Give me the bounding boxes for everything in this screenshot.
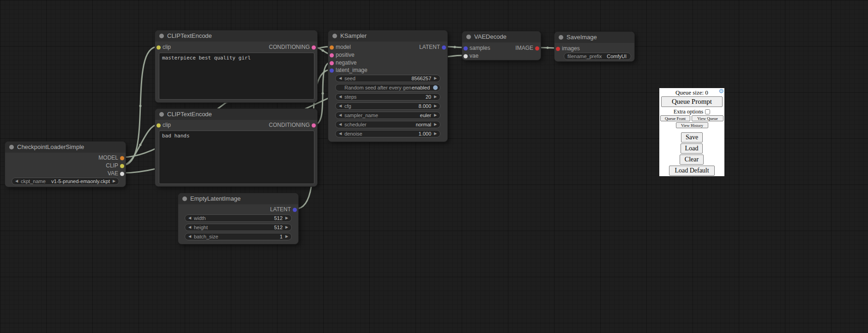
node-clip-text-encode-negative[interactable]: CLIPTextEncode clip CONDITIONING bad han… [155,108,318,187]
input-slot-latent-image[interactable] [330,68,334,72]
output-slot-conditioning[interactable] [312,45,316,49]
save-button[interactable]: Save [681,132,703,143]
queue-prompt-button[interactable]: Queue Prompt [661,96,723,107]
widget-cfg[interactable]: cfg 8.000 [335,102,440,110]
input-slot-clip[interactable] [157,123,161,127]
increment-icon[interactable] [433,103,438,109]
decrement-icon[interactable] [187,233,192,240]
link-midpoint [547,47,549,49]
decrement-icon[interactable] [187,215,192,221]
view-queue-button[interactable]: View Queue [692,115,723,121]
view-history-button[interactable]: View History [676,122,708,128]
node-checkpoint-loader-simple[interactable]: CheckpointLoaderSimple MODEL CLIP VAE ck… [5,141,126,187]
decrement-icon[interactable] [338,94,343,100]
output-slot-label: LATENT [419,43,440,51]
widget-label: Random seed after every gen [344,85,411,90]
input-slot-vae[interactable] [464,54,468,58]
output-slot-conditioning[interactable] [312,123,316,127]
widget-height[interactable]: height 512 [185,224,292,231]
prompt-textarea[interactable]: bad hands [159,131,314,184]
input-slot-negative[interactable] [330,61,334,65]
input-slot-model[interactable] [330,45,334,49]
next-option-icon[interactable] [433,112,438,119]
widget-value: 8.000 [351,103,431,109]
settings-gear-icon[interactable]: ⚙ [718,88,724,94]
increment-icon[interactable] [284,215,289,221]
slot-row: positive [328,51,447,59]
output-slot-clip[interactable] [120,164,124,168]
prev-option-icon[interactable] [338,112,343,119]
output-slot-image[interactable] [535,46,539,50]
widget-label: ckpt_name [21,178,46,184]
node-ksampler[interactable]: KSampler model LATENT positive negative … [328,30,448,142]
widget-value: normal [367,122,431,127]
next-option-icon[interactable] [433,121,438,128]
widget-sampler-name[interactable]: sampler_name euler [335,112,440,119]
widget-scheduler[interactable]: scheduler normal [335,121,440,128]
toggle-indicator[interactable] [433,85,438,90]
widget-value: 512 [208,225,283,230]
slot-row: LATENT [178,206,298,214]
node-empty-latent-image[interactable]: EmptyLatentImage LATENT width 512 height… [178,193,299,244]
collapse-dot-icon[interactable] [466,35,471,39]
input-slot-positive[interactable] [330,53,334,57]
link-midpoint [454,46,456,48]
collapse-dot-icon[interactable] [559,35,563,40]
node-title: VAEDecode [474,33,506,40]
input-slot-samples[interactable] [464,46,468,50]
node-vae-decode[interactable]: VAEDecode samples IMAGE vae [462,31,541,60]
widget-width[interactable]: width 512 [185,214,292,222]
widget-label: batch_size [194,234,218,239]
decrement-icon[interactable] [187,224,192,231]
node-title: CLIPTextEncode [167,32,212,39]
collapse-dot-icon[interactable] [9,145,14,149]
widget-steps[interactable]: steps 20 [335,93,440,101]
increment-icon[interactable] [433,131,438,137]
widget-seed[interactable]: seed 8566257 [335,75,440,82]
output-slot-label: CONDITIONING [269,43,310,51]
increment-icon[interactable] [433,75,438,82]
increment-icon[interactable] [433,94,438,100]
input-slot-clip[interactable] [157,45,161,49]
prev-option-icon[interactable] [14,178,19,184]
queue-front-button[interactable]: Queue Front [660,115,690,121]
widget-label: denoise [344,131,362,137]
slot-row: MODEL [5,154,126,162]
decrement-icon[interactable] [338,75,343,82]
widget-batch-size[interactable]: batch_size 1 [185,233,292,240]
collapse-dot-icon[interactable] [182,196,187,201]
input-slot-label: clip [163,43,171,51]
widget-ckpt-name[interactable]: ckpt_name v1-5-pruned-emaonly.ckpt [12,178,119,185]
widget-denoise[interactable]: denoise 1.000 [335,130,440,137]
decrement-icon[interactable] [338,131,343,137]
node-save-image[interactable]: SaveImage images filename_prefix ComfyUI [554,31,635,62]
prev-option-icon[interactable] [338,121,343,128]
next-option-icon[interactable] [112,178,116,184]
collapse-dot-icon[interactable] [159,112,164,117]
input-slot-images[interactable] [556,47,560,51]
node-title-bar: CLIPTextEncode [155,109,317,120]
output-slot-label: MODEL [98,154,118,162]
decrement-icon[interactable] [338,103,343,109]
widget-filename-prefix[interactable]: filename_prefix ComfyUI [564,53,631,60]
widget-random-seed-toggle[interactable]: Random seed after every gen enabled [335,84,440,91]
widget-label: sampler_name [344,113,378,118]
load-button[interactable]: Load [681,143,703,154]
output-slot-label: IMAGE [515,44,533,52]
node-title-bar: CheckpointLoaderSimple [5,142,126,153]
increment-icon[interactable] [284,233,289,240]
node-graph-canvas[interactable]: CheckpointLoaderSimple MODEL CLIP VAE ck… [0,0,868,333]
load-default-button[interactable]: Load Default [669,166,715,176]
clear-button[interactable]: Clear [680,155,704,165]
collapse-dot-icon[interactable] [332,34,337,38]
prompt-textarea[interactable]: masterpiece best quality girl [159,53,314,100]
extra-options-checkbox[interactable] [705,109,710,114]
node-clip-text-encode-positive[interactable]: CLIPTextEncode clip CONDITIONING masterp… [155,30,318,103]
output-slot-latent[interactable] [442,45,446,49]
output-slot-vae[interactable] [120,172,124,176]
node-title-bar: SaveImage [555,32,634,43]
collapse-dot-icon[interactable] [159,34,164,38]
increment-icon[interactable] [284,224,289,231]
output-slot-latent[interactable] [293,208,297,212]
output-slot-model[interactable] [120,156,124,160]
